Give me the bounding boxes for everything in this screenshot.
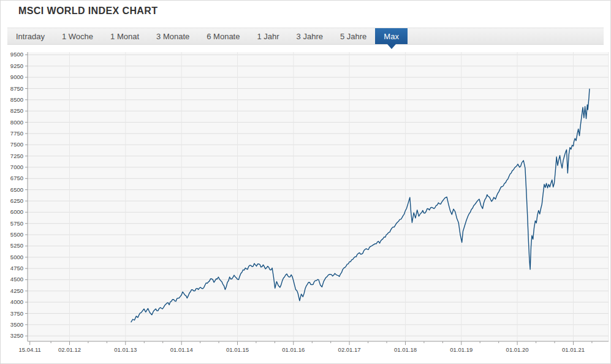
y-tick-label: 9500	[10, 51, 23, 58]
x-tick-label: 01.01.21	[562, 346, 585, 353]
plot-area[interactable]	[28, 52, 609, 341]
y-tick-label: 8500	[10, 96, 23, 103]
x-tick-label: 15.04.11	[19, 346, 41, 353]
y-tick-label: 7750	[10, 130, 23, 137]
chart-canvas[interactable]: 3250350037504000425045004750500052505500…	[0, 0, 611, 364]
y-tick-label: 6250	[10, 197, 23, 204]
x-tick-label: 02.01.12	[58, 346, 81, 353]
y-tick-label: 4250	[10, 287, 23, 294]
y-tick-label: 4000	[10, 298, 23, 305]
y-tick-label: 7000	[10, 164, 23, 170]
x-tick-label: 01.01.15	[226, 346, 249, 353]
y-tick-label: 3250	[10, 332, 23, 339]
y-tick-label: 5750	[10, 220, 23, 227]
x-tick-label: 01.01.13	[114, 346, 137, 353]
y-tick-label: 7500	[10, 141, 23, 148]
y-tick-label: 5000	[10, 254, 23, 260]
y-tick-label: 4500	[10, 276, 23, 282]
index-chart-widget: MSCI WORLD INDEX CHART Intraday1 Woche1 …	[0, 0, 611, 364]
y-tick-label: 8250	[10, 107, 23, 114]
x-tick-label: 01.01.14	[170, 346, 193, 353]
x-tick-label: 01.01.18	[394, 346, 417, 353]
y-tick-label: 8000	[10, 119, 23, 126]
y-tick-label: 4750	[10, 265, 23, 271]
y-tick-label: 5250	[10, 242, 23, 249]
y-tick-label: 6000	[10, 208, 23, 215]
y-tick-label: 9000	[10, 74, 23, 80]
y-tick-label: 5500	[10, 231, 23, 238]
y-tick-label: 9250	[10, 63, 23, 69]
y-tick-label: 7250	[10, 153, 23, 159]
x-tick-label: 01.01.16	[282, 346, 305, 353]
y-tick-label: 8750	[10, 85, 23, 92]
y-tick-label: 3750	[10, 310, 23, 317]
x-tick-label: 01.01.19	[450, 346, 472, 353]
y-tick-label: 3500	[10, 321, 23, 328]
x-tick-label: 01.01.20	[506, 346, 529, 353]
x-tick-label: 02.01.17	[338, 346, 361, 353]
y-tick-label: 6750	[10, 175, 23, 181]
y-tick-label: 6500	[10, 186, 23, 193]
